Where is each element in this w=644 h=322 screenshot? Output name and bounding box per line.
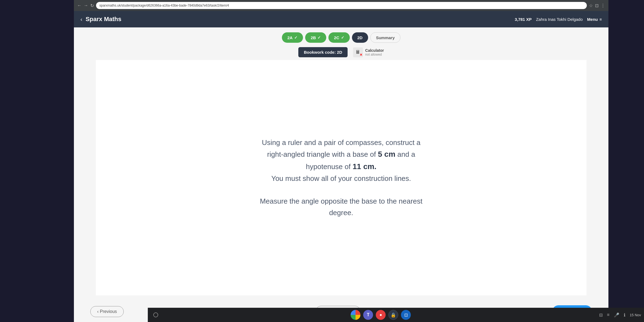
taskbar-app-icon-red[interactable]: ● — [376, 310, 386, 320]
tab-bar: 2A ✓ 2B ✓ 2C ✓ 2D Summary — [74, 27, 608, 43]
taskbar-chrome-icon[interactable] — [351, 310, 360, 320]
more-icon[interactable]: ⋮ — [601, 3, 605, 8]
back-button[interactable]: ‹ — [80, 16, 82, 22]
browser-reload-icon[interactable]: ↻ — [90, 3, 94, 8]
hypo-value: 11 cm. — [353, 162, 376, 171]
tab-2d[interactable]: 2D — [352, 32, 368, 43]
taskbar: T ● 🔒 ⊡ ⊟ ≡ 🎤 ℹ 15 Nov 14:16 GB ▾ 🔋 — [148, 308, 608, 322]
menu-button[interactable]: Menu ≡ — [587, 17, 602, 22]
app-title: Sparx Maths — [86, 16, 515, 23]
xp-display: 3,781 XP — [515, 17, 532, 22]
check-icon-2c: ✓ — [341, 35, 344, 40]
browser-forward-icon[interactable]: → — [84, 3, 88, 8]
bookmark-icon[interactable]: ⊡ — [595, 3, 599, 8]
previous-button[interactable]: ‹ Previous — [90, 306, 124, 317]
calculator-text: Calculator not allowed — [365, 48, 384, 56]
check-icon-2a: ✓ — [294, 35, 298, 40]
question-text: Using a ruler and a pair of compasses, c… — [260, 137, 422, 219]
bookwork-section: Bookwork code: 2D 🖩 ✕ Calculator not all… — [74, 43, 608, 60]
check-icon-2b: ✓ — [317, 35, 321, 40]
browser-back-icon[interactable]: ← — [77, 3, 82, 8]
tab-2b[interactable]: 2B ✓ — [305, 32, 326, 43]
taskbar-right: ⊟ ≡ 🎤 ℹ 15 Nov 14:16 GB ▾ 🔋 — [599, 312, 608, 318]
taskbar-app-icon-lock[interactable]: 🔒 — [388, 310, 398, 320]
bookwork-code-button[interactable]: Bookwork code: 2D — [298, 47, 348, 57]
app-header: ‹ Sparx Maths 3,781 XP Zahra Inas Tokhi … — [74, 11, 608, 27]
header-right: 3,781 XP Zahra Inas Tokhi Delgado Menu ≡ — [515, 17, 602, 22]
browser-url-bar[interactable]: sparxmaths.uk/student/package/d626366a-a… — [96, 2, 587, 9]
star-icon[interactable]: ☆ — [589, 3, 593, 8]
taskbar-teams-icon[interactable]: T — [363, 310, 373, 320]
user-name: Zahra Inas Tokhi Delgado — [536, 17, 583, 22]
taskbar-screen-icon: ⊟ — [599, 312, 603, 318]
taskbar-circle — [153, 312, 158, 317]
calculator-icon-box: 🖩 ✕ — [353, 47, 363, 57]
taskbar-app-icon-blue[interactable]: ⊡ — [401, 310, 411, 320]
browser-topbar: ← → ↻ sparxmaths.uk/student/package/d626… — [74, 0, 608, 11]
tab-2a[interactable]: 2A ✓ — [282, 32, 303, 43]
question-card: Using a ruler and a pair of compasses, c… — [96, 60, 587, 295]
calculator-info: 🖩 ✕ Calculator not allowed — [353, 47, 384, 57]
app-container: ‹ Sparx Maths 3,781 XP Zahra Inas Tokhi … — [74, 11, 608, 322]
tab-summary[interactable]: Summary — [370, 32, 400, 43]
menu-lines-icon: ≡ — [599, 17, 602, 22]
content-wrapper: 2A ✓ 2B ✓ 2C ✓ 2D Summary — [74, 27, 608, 322]
tab-2c[interactable]: 2C ✓ — [328, 32, 350, 43]
calculator-x-icon: ✕ — [360, 53, 362, 57]
base-value: 5 cm — [378, 150, 395, 158]
taskbar-menu-icon: ≡ — [607, 312, 608, 317]
taskbar-icons: T ● 🔒 ⊡ — [163, 310, 599, 320]
